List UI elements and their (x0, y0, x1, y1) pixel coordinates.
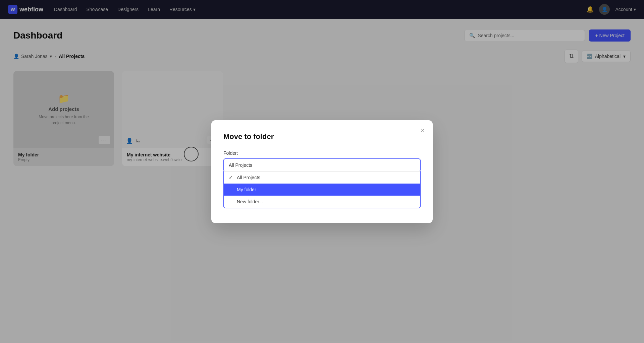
modal-title: Move to folder (223, 132, 421, 141)
dropdown-item-new-folder[interactable]: New folder... (224, 196, 420, 208)
folder-label: Folder: (223, 150, 421, 156)
check-icon: ✓ (229, 175, 234, 180)
dropdown-item-label: All Projects (237, 175, 260, 180)
folder-select-wrapper: All Projects ✓ All Projects My folder Ne… (223, 158, 421, 172)
dropdown-item-label: My folder (237, 187, 256, 192)
modal-overlay: × Move to folder Folder: All Projects ✓ … (0, 0, 644, 343)
selected-folder-text: All Projects (229, 162, 252, 168)
folder-dropdown: ✓ All Projects My folder New folder... (223, 171, 421, 208)
dropdown-item-all-projects[interactable]: ✓ All Projects (224, 172, 420, 184)
dropdown-item-label: New folder... (237, 199, 263, 204)
folder-select-display[interactable]: All Projects (223, 158, 421, 172)
modal-close-button[interactable]: × (421, 127, 425, 134)
dropdown-item-my-folder[interactable]: My folder (224, 184, 420, 196)
cursor-indicator (184, 147, 199, 161)
move-to-folder-modal: × Move to folder Folder: All Projects ✓ … (211, 120, 433, 223)
